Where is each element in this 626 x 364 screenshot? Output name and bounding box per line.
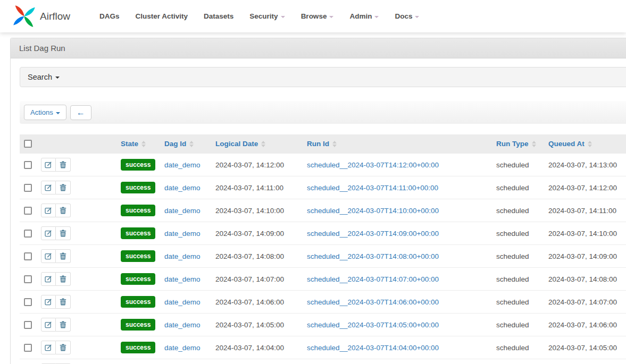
- delete-button[interactable]: [56, 272, 71, 286]
- run-id-link[interactable]: scheduled__2024-03-07T14:08:00+00:00: [307, 252, 439, 260]
- delete-button[interactable]: [56, 341, 71, 354]
- list-dag-run-panel: List Dag Run Search Actions ←: [10, 38, 626, 364]
- edit-button[interactable]: [41, 249, 56, 263]
- select-all-checkbox[interactable]: [24, 140, 32, 148]
- trash-icon: [60, 207, 66, 214]
- nav-item-security[interactable]: Security: [241, 12, 293, 20]
- row-checkbox[interactable]: [24, 230, 32, 238]
- column-header-state[interactable]: State: [116, 134, 160, 154]
- nav-item-dags[interactable]: DAGs: [91, 12, 128, 20]
- nav-item-label: DAGs: [99, 12, 120, 20]
- column-header-run-id[interactable]: Run Id: [303, 134, 492, 154]
- nav-item-datasets[interactable]: Datasets: [196, 12, 241, 20]
- run-id-cell: scheduled__2024-03-07T14:12:00+00:00: [303, 154, 492, 176]
- edit-button[interactable]: [41, 204, 56, 217]
- row-checkbox[interactable]: [24, 184, 32, 192]
- sort-arrows-icon[interactable]: [189, 141, 194, 147]
- queued-at-cell: 2024-03-07, 14:09:00: [544, 245, 626, 268]
- logical-date-cell: 2024-03-07, 14:11:00: [211, 176, 303, 199]
- row-actions-cell: [37, 154, 116, 176]
- dag-id-link[interactable]: date_demo: [164, 184, 201, 192]
- sort-arrows-icon[interactable]: [261, 141, 265, 147]
- row-select-cell: [20, 154, 37, 176]
- edit-button[interactable]: [41, 318, 56, 332]
- run-id-link[interactable]: scheduled__2024-03-07T14:12:00+00:00: [307, 161, 439, 169]
- run-id-link[interactable]: scheduled__2024-03-07T14:05:00+00:00: [307, 321, 439, 329]
- run-type-cell: scheduled: [492, 222, 544, 245]
- nav-item-admin[interactable]: Admin: [341, 12, 387, 20]
- table-row: success date_demo 2024-03-07, 14:07:00 s…: [20, 268, 626, 291]
- dag-id-link[interactable]: date_demo: [164, 252, 201, 260]
- edit-button[interactable]: [41, 181, 56, 194]
- dag-id-link[interactable]: date_demo: [164, 207, 201, 215]
- run-id-cell: scheduled__2024-03-07T14:05:00+00:00: [303, 314, 492, 336]
- nav-item-cluster-activity[interactable]: Cluster Activity: [128, 12, 196, 20]
- run-id-link[interactable]: scheduled__2024-03-07T14:10:00+00:00: [307, 207, 439, 215]
- edit-button[interactable]: [41, 272, 56, 286]
- sort-arrows-icon[interactable]: [332, 141, 337, 147]
- row-checkbox[interactable]: [24, 275, 32, 283]
- run-type-cell: scheduled: [492, 291, 544, 314]
- dag-id-link[interactable]: date_demo: [164, 161, 201, 169]
- column-header-dag-id[interactable]: Dag Id: [160, 134, 211, 154]
- actions-dropdown-button[interactable]: Actions: [24, 105, 66, 120]
- dag-id-cell: date_demo: [160, 359, 211, 364]
- dag-id-link[interactable]: date_demo: [164, 298, 201, 306]
- sort-arrows-icon[interactable]: [141, 141, 146, 147]
- run-id-link[interactable]: scheduled__2024-03-07T14:11:00+00:00: [307, 184, 438, 192]
- column-header-logical-date[interactable]: Logical Date: [211, 134, 303, 154]
- status-badge: success: [121, 182, 155, 193]
- nav-item-label: Security: [249, 12, 278, 20]
- edit-button[interactable]: [41, 295, 56, 309]
- column-header-run-type[interactable]: Run Type: [492, 134, 544, 154]
- delete-button[interactable]: [56, 226, 71, 240]
- delete-button[interactable]: [56, 318, 71, 332]
- delete-button[interactable]: [56, 158, 71, 172]
- row-checkbox[interactable]: [24, 161, 32, 169]
- state-cell: success: [116, 314, 160, 336]
- dag-run-table: State Dag Id Logical Date Run Id Run Typ…: [20, 134, 626, 364]
- airflow-brand[interactable]: Airflow: [12, 4, 70, 28]
- row-actions-cell: [37, 336, 116, 359]
- row-checkbox[interactable]: [24, 207, 32, 215]
- run-id-link[interactable]: scheduled__2024-03-07T14:07:00+00:00: [307, 275, 439, 283]
- back-button[interactable]: ←: [70, 105, 91, 120]
- table-row: success date_demo 2024-03-07, 14:06:00 s…: [20, 291, 626, 314]
- column-header-queued-at[interactable]: Queued At: [544, 134, 626, 154]
- run-id-link[interactable]: scheduled__2024-03-07T14:06:00+00:00: [307, 298, 439, 306]
- actions-label: Actions: [30, 109, 53, 116]
- state-cell: success: [116, 268, 160, 291]
- dag-id-link[interactable]: date_demo: [164, 275, 201, 283]
- table-row: success date_demo 2024-03-07, 14:05:00 s…: [20, 314, 626, 336]
- delete-button[interactable]: [56, 181, 71, 194]
- row-actions-cell: [37, 245, 116, 268]
- table-row: success date_demo 2024-03-07, 14:12:00 s…: [20, 154, 626, 176]
- search-toggle[interactable]: Search: [20, 67, 626, 87]
- row-checkbox[interactable]: [24, 298, 32, 306]
- dag-id-link[interactable]: date_demo: [164, 344, 201, 352]
- caret-down-icon: [281, 16, 285, 18]
- row-checkbox[interactable]: [24, 252, 32, 260]
- run-id-link[interactable]: scheduled__2024-03-07T14:09:00+00:00: [307, 230, 439, 238]
- run-id-cell: scheduled__2024-03-07T14:10:00+00:00: [303, 199, 492, 222]
- row-checkbox[interactable]: [24, 344, 32, 352]
- status-badge: success: [121, 273, 155, 285]
- dag-id-link[interactable]: date_demo: [164, 230, 201, 238]
- nav-item-docs[interactable]: Docs: [387, 12, 427, 20]
- edit-button[interactable]: [41, 226, 56, 240]
- nav-item-browse[interactable]: Browse: [293, 12, 342, 20]
- sort-arrows-icon[interactable]: [588, 141, 592, 147]
- row-checkbox[interactable]: [24, 321, 32, 329]
- edit-button[interactable]: [41, 341, 56, 354]
- top-navbar: Airflow DAGs Cluster Activity Datasets S…: [0, 0, 626, 32]
- row-select-cell: [20, 359, 37, 364]
- delete-button[interactable]: [56, 295, 71, 309]
- sort-arrows-icon[interactable]: [532, 141, 536, 147]
- dag-id-cell: date_demo: [160, 245, 211, 268]
- dag-id-link[interactable]: date_demo: [164, 321, 201, 329]
- run-id-link[interactable]: scheduled__2024-03-07T14:04:00+00:00: [307, 344, 439, 352]
- edit-button[interactable]: [41, 158, 56, 172]
- delete-button[interactable]: [56, 204, 71, 217]
- delete-button[interactable]: [56, 249, 71, 263]
- select-all-header[interactable]: [20, 134, 37, 154]
